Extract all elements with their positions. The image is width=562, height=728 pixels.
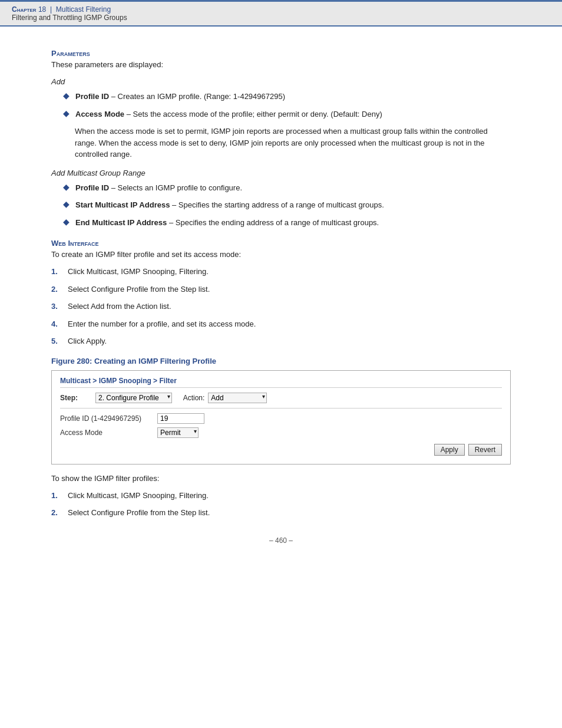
start-multicast-bullet: Start Multicast IP Address – Specifies t… bbox=[75, 199, 384, 211]
step-3: 3. Select Add from the Action list. bbox=[51, 301, 511, 312]
web-interface-heading: Web Interface bbox=[51, 239, 511, 248]
step-num-3: 3. bbox=[51, 301, 68, 312]
step-4: 4. Enter the number for a profile, and s… bbox=[51, 318, 511, 330]
action-select[interactable]: Add bbox=[208, 393, 267, 403]
step-5: 5. Click Apply. bbox=[51, 335, 511, 347]
chapter-title: Multicast Filtering bbox=[56, 5, 111, 14]
list-item: ◆ Start Multicast IP Address – Specifies… bbox=[51, 199, 511, 211]
bullet-diamond: ◆ bbox=[63, 182, 70, 192]
step-3-text: Select Add from the Action list. bbox=[68, 301, 171, 312]
step-1-text: Click Multicast, IGMP Snooping, Filterin… bbox=[68, 266, 209, 278]
chapter-line: Chapter 18 | Multicast Filtering bbox=[12, 5, 550, 14]
step-num-1: 1. bbox=[51, 266, 68, 278]
access-mode-bullet: Access Mode – Sets the access mode of th… bbox=[75, 108, 382, 120]
access-mode-text: – Sets the access mode of the profile; e… bbox=[127, 110, 382, 118]
apply-button[interactable]: Apply bbox=[434, 444, 465, 456]
end-multicast-bullet: End Multicast IP Address – Specifies the… bbox=[75, 217, 379, 229]
figure-buttons: Apply Revert bbox=[60, 444, 502, 456]
after-step-2-text: Select Configure Profile from the Step l… bbox=[68, 507, 210, 519]
step-num-2: 2. bbox=[51, 284, 68, 295]
after-figure-text: To show the IGMP filter profiles: bbox=[51, 474, 511, 483]
step-4-text: Enter the number for a profile, and set … bbox=[68, 318, 256, 330]
bullet-diamond: ◆ bbox=[63, 91, 70, 100]
multicast-bullet-list: ◆ Profile ID – Selects an IGMP profile t… bbox=[51, 182, 511, 229]
access-mode-select[interactable]: Permit bbox=[157, 427, 199, 438]
page-footer: – 460 – bbox=[51, 536, 511, 556]
multicast-profile-id-bullet: Profile ID – Selects an IGMP profile to … bbox=[75, 182, 242, 194]
after-step-num-2: 2. bbox=[51, 507, 68, 519]
figure-step-action-row: Step: 2. Configure Profile Action: Add bbox=[60, 393, 502, 403]
profile-id-bullet: Profile ID – Creates an IGMP profile. (R… bbox=[75, 91, 285, 103]
bullet-diamond: ◆ bbox=[63, 199, 70, 209]
step-select[interactable]: 2. Configure Profile bbox=[95, 393, 172, 403]
multicast-profile-id-text: – Selects an IGMP profile to configure. bbox=[111, 183, 242, 192]
access-mode-select-wrapper[interactable]: Permit bbox=[157, 427, 199, 438]
profile-id-input[interactable] bbox=[157, 413, 204, 424]
multicast-group-subheading: Add Multicast Group Range bbox=[51, 169, 511, 177]
figure-title: Multicast > IGMP Snooping > Filter bbox=[60, 377, 502, 388]
figure-profile-id-row: Profile ID (1-4294967295) bbox=[60, 413, 502, 424]
step-label: Step: bbox=[60, 394, 95, 402]
end-multicast-text: – Specifies the ending address of a rang… bbox=[169, 218, 379, 227]
access-mode-term: Access Mode bbox=[75, 110, 124, 118]
step-num-5: 5. bbox=[51, 335, 68, 347]
web-steps-list: 1. Click Multicast, IGMP Snooping, Filte… bbox=[51, 266, 511, 347]
bullet-diamond: ◆ bbox=[63, 108, 70, 118]
main-content: Parameters These parameters are displaye… bbox=[16, 27, 546, 580]
start-multicast-text: – Specifies the starting address of a ra… bbox=[172, 200, 384, 209]
figure-caption: Figure 280: Creating an IGMP Filtering P… bbox=[51, 357, 511, 365]
step-num-4: 4. bbox=[51, 318, 68, 330]
after-step-2: 2. Select Configure Profile from the Ste… bbox=[51, 507, 511, 519]
figure-separator bbox=[60, 408, 502, 409]
list-item: ◆ Access Mode – Sets the access mode of … bbox=[51, 108, 511, 120]
figure-profile-id-label: Profile ID (1-4294967295) bbox=[60, 414, 157, 423]
after-step-1: 1. Click Multicast, IGMP Snooping, Filte… bbox=[51, 490, 511, 502]
step-1: 1. Click Multicast, IGMP Snooping, Filte… bbox=[51, 266, 511, 278]
add-bullet-list: ◆ Profile ID – Creates an IGMP profile. … bbox=[51, 91, 511, 120]
step-2-text: Select Configure Profile from the Step l… bbox=[68, 284, 210, 295]
page-header: Chapter 18 | Multicast Filtering Filteri… bbox=[0, 2, 562, 27]
add-subheading: Add bbox=[51, 77, 511, 86]
profile-id-text: – Creates an IGMP profile. (Range: 1-429… bbox=[111, 92, 285, 101]
step-5-text: Click Apply. bbox=[68, 335, 107, 347]
action-label: Action: bbox=[183, 394, 205, 402]
profile-id-term: Profile ID bbox=[75, 92, 109, 101]
after-step-1-text: Click Multicast, IGMP Snooping, Filterin… bbox=[68, 490, 209, 502]
step-select-wrapper[interactable]: 2. Configure Profile bbox=[95, 393, 172, 403]
after-step-num-1: 1. bbox=[51, 490, 68, 502]
parameters-heading: Parameters bbox=[51, 49, 511, 58]
access-mode-extra: When the access mode is set to permit, I… bbox=[75, 126, 511, 160]
parameters-intro: These parameters are displayed: bbox=[51, 60, 511, 69]
figure-access-mode-row: Access Mode Permit bbox=[60, 427, 502, 438]
end-multicast-term: End Multicast IP Address bbox=[75, 218, 167, 227]
figure-box: Multicast > IGMP Snooping > Filter Step:… bbox=[51, 370, 511, 465]
bullet-diamond: ◆ bbox=[63, 217, 70, 226]
chapter-number: 18 bbox=[38, 5, 46, 14]
after-figure-steps: 1. Click Multicast, IGMP Snooping, Filte… bbox=[51, 490, 511, 519]
multicast-profile-id-term: Profile ID bbox=[75, 183, 109, 192]
list-item: ◆ End Multicast IP Address – Specifies t… bbox=[51, 217, 511, 229]
web-intro: To create an IGMP filter profile and set… bbox=[51, 250, 511, 259]
action-select-wrapper[interactable]: Add bbox=[208, 393, 267, 403]
chapter-label: Chapter bbox=[12, 5, 37, 14]
figure-access-mode-label: Access Mode bbox=[60, 429, 157, 437]
list-item: ◆ Profile ID – Creates an IGMP profile. … bbox=[51, 91, 511, 103]
step-2: 2. Select Configure Profile from the Ste… bbox=[51, 284, 511, 295]
start-multicast-term: Start Multicast IP Address bbox=[75, 200, 170, 209]
list-item: ◆ Profile ID – Selects an IGMP profile t… bbox=[51, 182, 511, 194]
subtitle-line: Filtering and Throttling IGMP Groups bbox=[12, 14, 550, 22]
revert-button[interactable]: Revert bbox=[468, 444, 502, 456]
